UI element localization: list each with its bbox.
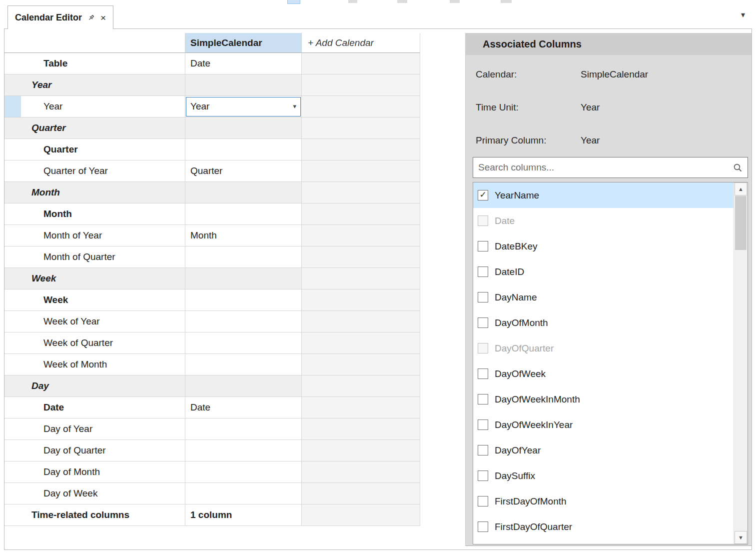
calendar-grid-rows: Table Date Year Year Year ▾: [4, 53, 421, 526]
column-name: DayOfMonth: [495, 318, 548, 328]
list-item[interactable]: ✓ DayOfWeek: [473, 361, 734, 386]
list-item[interactable]: ✓ DayOfYear: [473, 438, 734, 463]
row-value-cell[interactable]: [185, 311, 302, 332]
associated-columns-panel: Associated Columns Calendar: SimpleCalen…: [465, 33, 752, 546]
table-row: Table Date: [4, 53, 421, 74]
list-item[interactable]: ✓ FirstDayOfMonth: [473, 488, 734, 514]
row-label: Date: [43, 402, 64, 413]
chevron-down-icon[interactable]: ▾: [293, 102, 296, 110]
checkbox[interactable]: ✓: [478, 394, 488, 404]
row-label: Month: [31, 187, 60, 198]
row-value-cell[interactable]: [185, 118, 302, 139]
tab-calendar-editor[interactable]: Calendar Editor ×: [7, 6, 113, 29]
row-value-cell[interactable]: Year ▾: [185, 96, 302, 118]
scroll-up-icon[interactable]: ▲: [735, 182, 747, 196]
row-value-cell[interactable]: [185, 204, 302, 225]
row-value-cell[interactable]: Month: [185, 225, 302, 246]
row-value-cell[interactable]: [185, 246, 302, 268]
row-value-cell[interactable]: [185, 483, 302, 504]
list-item[interactable]: ✓ DayOfQuarter: [473, 336, 734, 361]
row-value-cell[interactable]: Quarter: [185, 160, 302, 182]
row-value-cell[interactable]: [185, 74, 302, 96]
row-value-cell[interactable]: [185, 440, 302, 462]
scrollbar[interactable]: ▲ ▼: [734, 182, 748, 544]
list-item[interactable]: ✓ YearName: [473, 182, 734, 208]
info-row-primary-column: Primary Column: Year: [466, 124, 752, 157]
list-item[interactable]: ✓ DateBKey: [473, 234, 734, 259]
list-item[interactable]: ✓ DayOfWeekInYear: [473, 412, 734, 438]
table-row: Day of Quarter: [4, 440, 421, 462]
list-item[interactable]: ✓ DaySuffix: [473, 463, 734, 488]
tab-title: Calendar Editor: [15, 12, 82, 23]
list-item[interactable]: ✓: [473, 540, 734, 544]
checkbox[interactable]: ✓: [478, 496, 488, 506]
checkbox[interactable]: ✓: [478, 292, 488, 302]
row-label-cell: Day of Week: [4, 483, 185, 504]
checkbox[interactable]: ✓: [478, 216, 488, 226]
row-value-cell[interactable]: [185, 268, 302, 290]
row-value-cell[interactable]: [185, 139, 302, 160]
row-value-cell[interactable]: 1 column: [185, 504, 302, 526]
calendar-column-header[interactable]: SimpleCalendar: [185, 33, 302, 53]
row-value-cell[interactable]: [185, 290, 302, 311]
column-name: DayOfWeek: [495, 368, 546, 380]
row-value-cell[interactable]: [185, 376, 302, 397]
table-row: Week of Quarter: [4, 332, 421, 354]
columns-list: ✓ YearName ✓ Date ✓ DateBKey ✓ DateID ✓ …: [473, 182, 734, 544]
list-item[interactable]: ✓ DayName: [473, 284, 734, 310]
row-label-cell: Week of Year: [4, 311, 185, 332]
document-list-dropdown-icon[interactable]: ▾: [741, 10, 745, 20]
list-item[interactable]: ✓ Date: [473, 208, 734, 234]
list-item[interactable]: ✓ DayOfWeekInMonth: [473, 386, 734, 412]
checkbox[interactable]: ✓: [478, 522, 488, 532]
row-label-cell: Quarter: [4, 118, 185, 139]
row-value: Date: [190, 402, 210, 413]
checkbox[interactable]: ✓: [478, 420, 488, 430]
list-item[interactable]: ✓ DateID: [473, 259, 734, 284]
table-row: Week of Month: [4, 354, 421, 376]
checkbox[interactable]: ✓: [478, 266, 488, 277]
row-selector[interactable]: [4, 96, 21, 117]
row-value-cell[interactable]: [185, 332, 302, 354]
row-label-cell: Date: [4, 397, 185, 418]
row-value-cell[interactable]: [185, 462, 302, 483]
row-value-cell[interactable]: Date: [185, 397, 302, 418]
checkbox[interactable]: ✓: [478, 470, 488, 481]
list-item[interactable]: ✓ DayOfMonth: [473, 310, 734, 336]
checkbox[interactable]: ✓: [478, 368, 488, 379]
pin-icon[interactable]: [87, 14, 95, 22]
row-value-cell[interactable]: [185, 354, 302, 376]
checkbox[interactable]: ✓: [478, 318, 488, 328]
row-value-cell[interactable]: [185, 182, 302, 204]
row-value: Month: [190, 230, 217, 241]
info-row-time-unit: Time Unit: Year: [466, 91, 752, 124]
checkbox[interactable]: ✓: [478, 343, 488, 354]
add-calendar-cell: [302, 354, 420, 376]
row-label-cell: Week of Quarter: [4, 332, 185, 354]
row-value-cell[interactable]: [185, 418, 302, 440]
column-dropdown[interactable]: Year ▾: [186, 97, 301, 116]
list-item[interactable]: ✓ FirstDayOfQuarter: [473, 514, 734, 540]
add-calendar-cell: [302, 139, 420, 160]
row-label: Month: [43, 208, 72, 220]
close-icon[interactable]: ×: [100, 13, 106, 22]
grid-header-row: SimpleCalendar + Add Calendar: [4, 33, 421, 53]
row-value-cell[interactable]: Date: [185, 53, 302, 74]
column-name: YearName: [495, 190, 539, 201]
add-calendar-button[interactable]: + Add Calendar: [302, 33, 420, 53]
table-row: Day of Week: [4, 483, 421, 504]
row-label: Quarter of Year: [43, 166, 108, 176]
table-row: Month: [4, 182, 421, 204]
checkbox[interactable]: ✓: [478, 241, 488, 252]
search-input[interactable]: [478, 162, 733, 173]
column-name: Date: [495, 216, 515, 226]
info-value: Year: [581, 102, 600, 113]
scrollbar-thumb[interactable]: [735, 196, 747, 250]
checkbox[interactable]: ✓: [478, 445, 488, 456]
add-calendar-cell: [302, 440, 420, 462]
column-name: DayOfWeekInYear: [495, 420, 573, 430]
row-label-cell: Month of Quarter: [4, 246, 185, 268]
scroll-down-icon[interactable]: ▼: [735, 531, 747, 544]
checkbox[interactable]: ✓: [478, 190, 488, 200]
table-row: Date Date: [4, 397, 421, 418]
